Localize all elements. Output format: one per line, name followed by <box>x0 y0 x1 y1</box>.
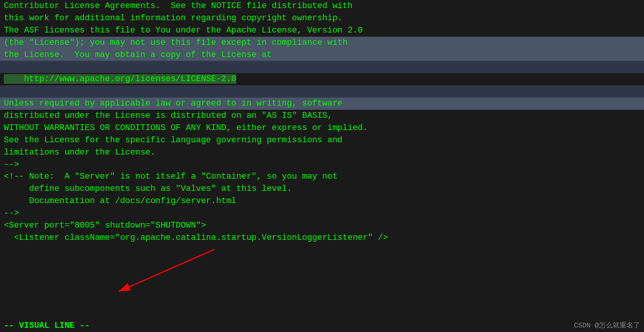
code-line: distributed under the License is distrib… <box>0 110 644 122</box>
code-line: <!-- Note: A "Server" is not itself a "C… <box>0 171 644 183</box>
bottom-bar: -- VISUAL LINE -- <box>0 319 644 332</box>
code-line: <Listener className="org.apache.catalina… <box>0 232 644 244</box>
code-line: Documentation at /docs/config/server.htm… <box>0 195 644 207</box>
code-line-url: http://www.apache.org/licenses/LICENSE-2… <box>0 73 644 85</box>
code-line-highlighted: (the "License"); you may not use this fi… <box>0 37 644 49</box>
code-line: The ASF licenses this file to You under … <box>0 24 644 37</box>
url-text: http://www.apache.org/licenses/LICENSE-2… <box>4 74 236 84</box>
svg-line-1 <box>119 249 214 291</box>
code-line-empty <box>0 61 644 73</box>
code-line: limitations under the License. <box>0 146 644 159</box>
code-line: See the License for the specific languag… <box>0 134 644 146</box>
code-line: this work for additional information reg… <box>0 12 644 24</box>
editor-container: Contributor License Agreements. See the … <box>0 0 644 332</box>
code-line: Contributor License Agreements. See the … <box>0 0 644 12</box>
code-line-highlighted: the License. You may obtain a copy of th… <box>0 49 644 61</box>
code-line: --> <box>0 207 644 220</box>
code-line-highlighted: Unless required by applicable law or agr… <box>0 98 644 110</box>
code-line: <Server port="8005" shutdown="SHUTDOWN"> <box>0 220 644 232</box>
code-line: WITHOUT WARRANTIES OR CONDITIONS OF ANY … <box>0 122 644 134</box>
code-line: define subcomponents such as "Valves" at… <box>0 183 644 195</box>
code-line-empty <box>0 85 644 98</box>
visual-line-label: -- VISUAL LINE -- <box>4 321 90 330</box>
code-line: --> <box>0 159 644 171</box>
csdn-watermark: CSDN @怎么就重名了 <box>574 321 640 330</box>
